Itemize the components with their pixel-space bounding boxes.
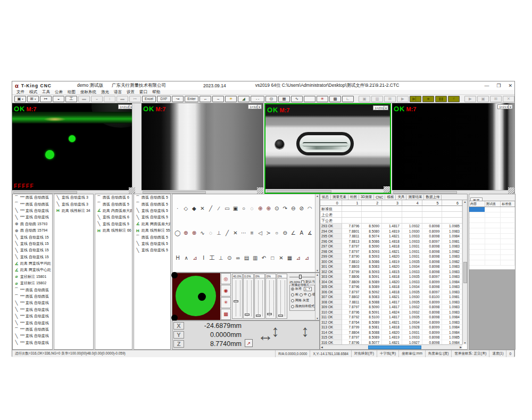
element-table-row[interactable] [469,255,515,260]
table-row[interactable]: 316 OK7.87968.50771.48211.09270.80981.09… [320,340,462,345]
slider-thumb[interactable] [234,300,238,302]
enter-button[interactable]: Enter [185,96,198,102]
table-row[interactable]: 313 OK7.87998.50811.48181.09280.80991.09… [320,325,462,330]
table-row[interactable]: 293 OK7.87968.50901.48171.09320.80981.09… [320,224,462,229]
element-list-item[interactable]: ╲直线 自动直线 15 [13,247,52,253]
table-row[interactable]: 304 OK7.88098.50891.48201.09330.80991.09… [320,279,462,285]
camera1-exposure-control[interactable]: 1=212▾ [118,104,134,109]
radio-standard[interactable] [291,287,294,291]
palette-tool-icon[interactable]: ╱ [206,205,215,211]
slider-track-area[interactable] [243,278,254,319]
element-list-item[interactable]: ⌀直径标注 15801 [13,274,52,280]
light-mode-button-3-icon[interactable]: ✳ [221,297,231,308]
table-row[interactable]: 298 OK7.87978.50931.48211.09310.80981.09… [320,249,462,254]
element-list-item[interactable]: ╲*** 直线 自动直线 [13,340,52,346]
element-list-item[interactable]: ╲直线 自动直线 3 [54,194,93,201]
column-header[interactable]: 2 [362,200,382,205]
menu-item-文件[interactable]: 文件 [16,89,24,95]
blank-button-icon[interactable] [304,96,315,102]
light-mode-button-4-icon[interactable]: ▩ [221,309,231,320]
palette-tool-icon[interactable]: ⊕ [256,205,264,211]
camera-view-3-selected[interactable]: OKM:7 1=231▾ [264,103,391,194]
column-header[interactable]: 6 [442,200,462,205]
zoom-slider[interactable] [289,275,315,279]
palette-tool-icon[interactable]: ⊿ [190,255,199,261]
laser-star-button-icon[interactable]: ✳ [317,96,328,102]
element-list-item[interactable]: ⌒圆弧 自动圆弧 5 [134,194,170,201]
palette-tool-icon[interactable]: ∞ [234,255,242,261]
table-row[interactable]: 314 OK7.88048.50881.48201.09310.80991.09… [320,330,462,335]
element-list-item[interactable]: ∡距离 两直线中心距 [13,267,52,273]
open-button-icon[interactable]: ⊞▾ [27,96,39,102]
palette-tool-icon[interactable]: ✕ [277,255,285,261]
table-row[interactable]: 309 OK7.87978.50901.48171.09320.80981.09… [320,304,462,310]
element-list-item[interactable]: ╲直线 自动直线 15 [13,241,52,247]
element-list-item[interactable]: H距离 线性标注 66 [95,227,132,234]
element-list-item[interactable]: ╲直线 自动直线 5 [95,221,132,227]
palette-tool-icon[interactable]: ∠ [289,230,297,236]
slider-track-area[interactable] [232,278,243,319]
results-tab-夹具[interactable]: 夹具 [396,195,406,200]
palette-tool-icon[interactable]: ✕ [231,230,240,236]
menu-item-激光[interactable]: 激光 [101,89,109,95]
stage-move-button-icon[interactable]: ↦ [40,96,52,102]
palette-tool-icon[interactable]: ⊕ [264,205,273,211]
palette-tool-icon[interactable]: ○ [272,230,281,236]
curve-export-button-icon[interactable]: ↝ [172,96,184,102]
results-tab-3D测量[interactable]: 3D测量 [359,195,374,200]
camera-view-2[interactable]: OKM:7 1=32▾ [142,103,263,194]
element-list-item[interactable]: ⊕圆 自动圆 15794 [13,227,52,234]
light-vscrollbar[interactable]: ▲▼ [315,273,319,320]
polar-toggle-button[interactable]: ↗ [245,339,253,347]
element-table-row[interactable] [469,212,515,218]
play-disabled-button-icon[interactable]: ▶ [397,96,409,102]
element-list-item[interactable]: ╲*** 直线 自动直线 [13,319,52,326]
palette-tool-icon[interactable]: ≡ [248,230,256,236]
menu-item-设置[interactable]: 设置 [127,89,135,95]
element-list-item[interactable]: ⊕圆 自动圆 15793 [13,221,52,227]
xy-jog-vertical-icon[interactable]: ↕ [271,322,279,340]
camera2-exposure-control[interactable]: 1=32▾ [248,104,262,109]
capture-button-icon[interactable]: ▬ [78,96,90,102]
minimize-button[interactable]: — [484,83,489,88]
palette-tool-icon[interactable]: ⊥ [217,255,225,261]
z-column-button-icon[interactable]: 工 [65,96,77,102]
table-row[interactable]: 300 OK7.88108.50861.48191.09350.80981.09… [320,259,462,265]
element-list-item[interactable]: ⌒圆弧 自动圆弧 5 [95,201,132,207]
table-row[interactable]: 297 OK7.87978.50901.48181.09310.80981.09… [320,244,462,249]
column-header[interactable]: 0 [320,200,342,205]
camera3-resize-grip[interactable] [384,186,390,193]
palette-tool-icon[interactable]: ∕ [215,205,223,211]
close-button[interactable]: ✕ [508,83,512,88]
camera2-hscrollbar[interactable] [142,190,257,194]
slider-track-area[interactable] [265,278,276,319]
element-list-item[interactable]: ╲*** 直线 自动直线 [13,300,52,306]
radio-color[interactable] [291,305,294,308]
palette-tool-icon[interactable]: ⊖ [281,230,289,236]
mode-combo[interactable]: 1▼ [304,287,312,291]
column-header[interactable]: 1 [342,200,362,205]
element-table-row[interactable] [469,244,515,250]
excel-export-button[interactable]: Excel [142,96,156,102]
chevron-down-icon[interactable]: ▾ [508,105,512,109]
light-mode-button-1-icon[interactable]: ◎ [221,273,231,284]
table-row[interactable]: 308 OK7.88118.50881.48171.09350.80991.09… [320,300,462,305]
table-row[interactable]: 315 OK7.87978.50891.48191.09330.80981.09… [320,335,462,340]
radio-coarse[interactable] [291,293,294,297]
element-list-item[interactable]: ╲直线 自动直线 5 [134,241,170,247]
column-header[interactable]: 3 [382,200,402,205]
element-list-item[interactable]: ╲直线 自动直线 5 [134,208,170,214]
table-row[interactable]: 307 OK7.88028.50831.48211.09300.81001.09… [320,294,462,300]
element-list-item[interactable]: ╲直线 自动直线 5 [134,214,170,220]
element-list-item[interactable]: ╲*** 直线 自动直线 [13,333,52,339]
palette-tool-icon[interactable]: ✕ [198,205,207,211]
palette-tool-icon[interactable]: ⊙ [225,255,234,261]
palette-tool-icon[interactable]: A [297,230,306,236]
palette-tool-icon[interactable]: ↷ [281,205,289,211]
results-tab-数据上传[interactable]: 数据上传 [424,195,442,200]
element-list-item[interactable]: ⌒*** 圆弧 自动圆弧 [13,326,52,333]
slider-thumb[interactable] [256,315,261,317]
slider-thumb[interactable] [267,313,272,315]
palette-tool-icon[interactable]: ▤ [243,255,251,261]
camera2-resize-grip[interactable] [257,187,263,194]
